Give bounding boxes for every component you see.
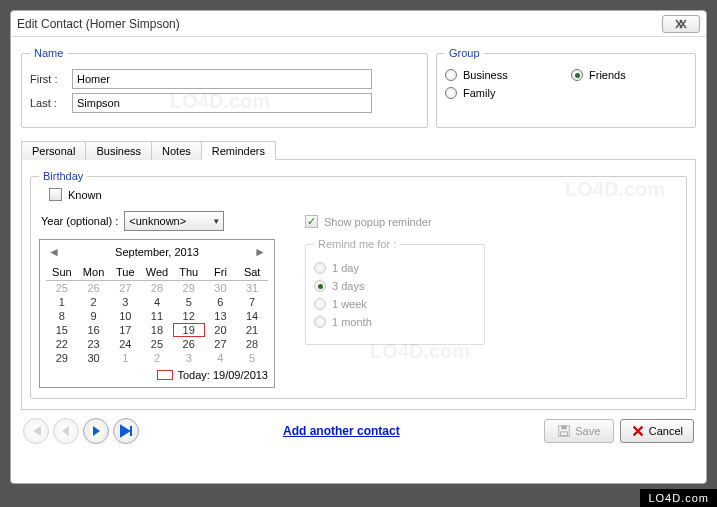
known-checkbox[interactable] — [49, 188, 62, 201]
save-icon — [557, 424, 571, 438]
cal-day[interactable]: 3 — [173, 351, 205, 365]
last-record-button[interactable] — [113, 418, 139, 444]
first-input[interactable] — [72, 69, 372, 89]
cal-day[interactable]: 29 — [46, 351, 78, 365]
cal-dow: Wed — [141, 264, 173, 281]
remind-fieldset: Remind me for : 1 day 3 days — [305, 238, 485, 345]
cancel-label: Cancel — [649, 425, 683, 437]
cal-dow: Tue — [109, 264, 141, 281]
tab-reminders[interactable]: Reminders — [201, 141, 276, 160]
group-business[interactable]: Business — [445, 69, 561, 81]
cal-day[interactable]: 9 — [78, 309, 110, 323]
birthday-fieldset: Birthday Known Year (optional) : <unknow… — [30, 170, 687, 399]
cal-day[interactable]: 4 — [205, 351, 237, 365]
cal-day[interactable]: 2 — [141, 351, 173, 365]
cal-day[interactable]: 31 — [236, 281, 268, 295]
cal-day[interactable]: 7 — [236, 295, 268, 309]
radio-icon — [314, 262, 326, 274]
cal-day[interactable]: 30 — [78, 351, 110, 365]
radio-label: 1 day — [332, 262, 359, 274]
prev-record-button — [53, 418, 79, 444]
close-button[interactable] — [662, 15, 700, 33]
cancel-button[interactable]: Cancel — [620, 419, 694, 443]
cal-day[interactable]: 26 — [173, 337, 205, 351]
group-friends[interactable]: Friends — [571, 69, 687, 81]
year-select[interactable]: <unknown> — [124, 211, 224, 231]
add-another-contact-link[interactable]: Add another contact — [283, 424, 400, 438]
cal-day[interactable]: 27 — [109, 281, 141, 295]
name-legend: Name — [30, 47, 67, 59]
cal-day[interactable]: 16 — [78, 323, 110, 337]
cal-day[interactable]: 13 — [205, 309, 237, 323]
cal-dow: Fri — [205, 264, 237, 281]
cal-day[interactable]: 26 — [78, 281, 110, 295]
radio-label: 1 month — [332, 316, 372, 328]
titlebar: Edit Contact (Homer Simpson) — [11, 11, 706, 37]
cal-prev-month[interactable]: ◄ — [48, 245, 60, 259]
cal-dow: Thu — [173, 264, 205, 281]
tab-notes[interactable]: Notes — [151, 141, 202, 160]
cal-day[interactable]: 25 — [46, 281, 78, 295]
cal-day[interactable]: 10 — [109, 309, 141, 323]
name-group: Name First : Last : — [21, 47, 428, 128]
cal-next-month[interactable]: ► — [254, 245, 266, 259]
cal-day[interactable]: 19 — [173, 323, 205, 337]
radio-icon — [445, 87, 457, 99]
cal-day[interactable]: 5 — [236, 351, 268, 365]
cal-day[interactable]: 21 — [236, 323, 268, 337]
cal-day[interactable]: 24 — [109, 337, 141, 351]
today-label[interactable]: Today: 19/09/2013 — [177, 369, 268, 381]
next-record-button[interactable] — [83, 418, 109, 444]
close-icon — [675, 19, 687, 29]
cal-day[interactable]: 2 — [78, 295, 110, 309]
radio-icon — [314, 316, 326, 328]
cal-day[interactable]: 12 — [173, 309, 205, 323]
radio-icon — [445, 69, 457, 81]
group-family[interactable]: Family — [445, 87, 561, 99]
remind-legend: Remind me for : — [314, 238, 400, 250]
cal-day[interactable]: 1 — [109, 351, 141, 365]
cal-month-label: September, 2013 — [115, 246, 199, 258]
known-label: Known — [68, 189, 102, 201]
popup-checkbox — [305, 215, 318, 228]
radio-icon — [314, 298, 326, 310]
cal-day[interactable]: 8 — [46, 309, 78, 323]
tab-strip: Personal Business Notes Reminders — [21, 140, 696, 160]
cal-day[interactable]: 28 — [236, 337, 268, 351]
cal-day[interactable]: 23 — [78, 337, 110, 351]
tab-personal[interactable]: Personal — [21, 141, 86, 160]
cal-day[interactable]: 29 — [173, 281, 205, 295]
cal-day[interactable]: 15 — [46, 323, 78, 337]
cal-dow: Sat — [236, 264, 268, 281]
cal-day[interactable]: 18 — [141, 323, 173, 337]
cal-day[interactable]: 27 — [205, 337, 237, 351]
cal-day[interactable]: 17 — [109, 323, 141, 337]
cal-day[interactable]: 20 — [205, 323, 237, 337]
group-fieldset: Group Business Friends Family — [436, 47, 696, 128]
cal-day[interactable]: 6 — [205, 295, 237, 309]
last-input[interactable] — [72, 93, 372, 113]
cal-day[interactable]: 22 — [46, 337, 78, 351]
cal-day[interactable]: 30 — [205, 281, 237, 295]
tab-business[interactable]: Business — [85, 141, 152, 160]
cal-day[interactable]: 4 — [141, 295, 173, 309]
group-legend: Group — [445, 47, 484, 59]
cal-day[interactable]: 28 — [141, 281, 173, 295]
cal-day[interactable]: 25 — [141, 337, 173, 351]
save-label: Save — [575, 425, 600, 437]
svg-rect-2 — [561, 432, 568, 436]
cal-day[interactable]: 5 — [173, 295, 205, 309]
year-value: <unknown> — [129, 215, 186, 227]
first-record-button — [23, 418, 49, 444]
cal-day[interactable]: 1 — [46, 295, 78, 309]
cal-day[interactable]: 11 — [141, 309, 173, 323]
watermark-badge: LO4D.com — [640, 489, 717, 507]
cal-day[interactable]: 3 — [109, 295, 141, 309]
cal-day[interactable]: 14 — [236, 309, 268, 323]
remind-1month: 1 month — [314, 316, 476, 328]
cal-dow: Sun — [46, 264, 78, 281]
remind-1day: 1 day — [314, 262, 476, 274]
edit-contact-window: Edit Contact (Homer Simpson) Name First … — [10, 10, 707, 484]
radio-icon — [571, 69, 583, 81]
save-button: Save — [544, 419, 614, 443]
